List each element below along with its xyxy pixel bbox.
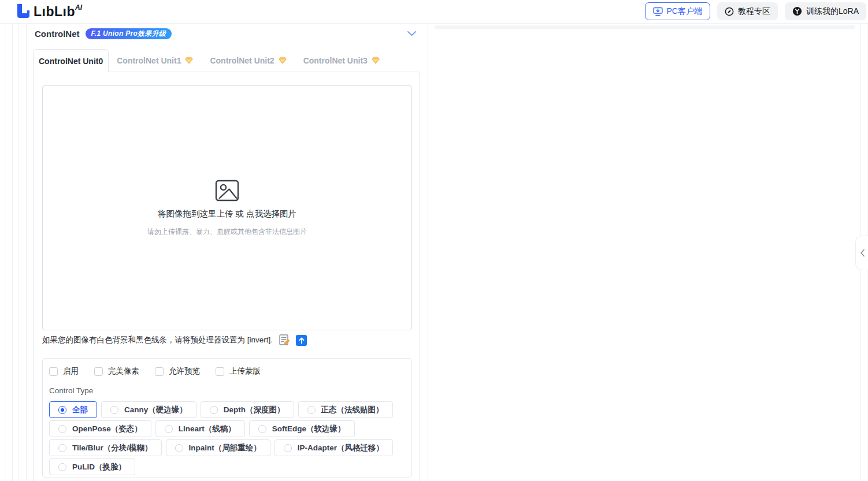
tutorial-zone-label: 教程专区 — [738, 6, 770, 17]
radio-icon — [284, 444, 292, 452]
checkbox-enable[interactable]: 启用 — [49, 366, 79, 376]
tab-label: ControlNet Unit2 — [210, 56, 274, 65]
option-ip-adapter[interactable]: IP-Adapter（风格迁移） — [275, 439, 393, 456]
tab-controlnet-unit3[interactable]: ControlNet Unit3 — [295, 49, 388, 72]
app-canvas: LıbLıb AI PC客户端 — [0, 0, 868, 481]
tab-controlnet-unit0[interactable]: ControlNet Unit0 — [33, 49, 109, 72]
radio-icon — [58, 463, 66, 471]
checkbox-label: 允许预览 — [169, 366, 200, 376]
logo: LıbLıb AI — [16, 3, 82, 20]
rail-line — [5, 24, 5, 481]
radio-icon — [58, 406, 66, 414]
checkbox-label: 启用 — [63, 366, 79, 376]
result-area-top-edge — [435, 25, 855, 29]
premium-diamond-icon — [278, 57, 287, 65]
compass-icon — [725, 7, 734, 16]
checkbox-box[interactable] — [155, 367, 164, 376]
edit-note-icon[interactable] — [278, 334, 291, 346]
pc-client-label: PC客户端 — [667, 6, 702, 17]
option-normal[interactable]: 正态（法线贴图） — [298, 401, 393, 418]
radio-icon — [210, 406, 218, 414]
train-lora-label: 训练我的LoRA — [806, 6, 859, 17]
logo-icon — [16, 4, 29, 20]
upload-warning-text: 请勿上传裸露、暴力、血腥或其他包含非法信息图片 — [147, 227, 307, 237]
option-label: SoftEdge（软边缘） — [272, 424, 346, 434]
premium-diamond-icon — [371, 57, 380, 65]
tab-controlnet-unit2[interactable]: ControlNet Unit2 — [202, 49, 295, 72]
option-all[interactable]: 全部 — [49, 401, 97, 418]
option-label: OpenPose（姿态） — [72, 424, 142, 434]
checkbox-label: 上传蒙版 — [229, 366, 261, 376]
tutorial-zone-button[interactable]: 教程专区 — [717, 2, 778, 20]
option-pulid[interactable]: PuLID（换脸） — [49, 458, 135, 475]
controlnet-unit-tabs: ControlNet Unit0 ControlNet Unit1 Contro… — [33, 49, 388, 72]
lora-icon — [792, 6, 802, 16]
panel-divider — [428, 24, 428, 481]
controlnet-unit0-panel: 将图像拖到这里上传 或 点我选择图片 请勿上传裸露、暴力、血腥或其他包含非法信息… — [33, 72, 420, 481]
invert-preprocessor-icon[interactable] — [296, 335, 307, 346]
chevron-down-icon[interactable] — [406, 29, 417, 40]
option-label: 全部 — [72, 405, 88, 415]
radio-icon — [307, 406, 316, 414]
controlnet-section-title: ControlNet — [35, 29, 80, 39]
checkbox-label: 完美像素 — [108, 366, 139, 376]
radio-icon — [258, 425, 266, 433]
rail-line — [18, 24, 18, 481]
checkbox-box[interactable] — [49, 367, 58, 376]
tab-label: ControlNet Unit1 — [117, 56, 181, 65]
option-label: Lineart（线稿） — [179, 424, 236, 434]
option-label: PuLID（换脸） — [72, 462, 126, 472]
option-openpose[interactable]: OpenPose（姿态） — [49, 420, 151, 437]
header: LıbLıb AI PC客户端 — [0, 0, 868, 24]
checkbox-box[interactable] — [94, 367, 103, 376]
checkbox-row: 启用 完美像素 允许预览 上传蒙版 — [49, 366, 405, 376]
radio-icon — [58, 425, 66, 433]
checkbox-pixel-perfect[interactable]: 完美像素 — [94, 366, 139, 376]
header-actions: PC客户端 教程专区 训练我的LoRA — [645, 2, 866, 20]
control-type-label: Control Type — [49, 386, 405, 395]
radio-icon — [175, 444, 183, 452]
monitor-download-icon — [653, 7, 663, 16]
controlnet-options-box: 启用 完美像素 允许预览 上传蒙版 Control Type — [42, 358, 412, 478]
premium-diamond-icon — [184, 57, 194, 65]
option-label: IP-Adapter（风格迁移） — [298, 443, 384, 453]
option-label: Tile/Blur（分块/模糊） — [72, 443, 153, 453]
upload-main-text: 将图像拖到这里上传 或 点我选择图片 — [158, 208, 296, 219]
option-canny[interactable]: Canny（硬边缘） — [101, 401, 196, 418]
checkbox-allow-preview[interactable]: 允许预览 — [155, 366, 200, 376]
image-upload-dropzone[interactable]: 将图像拖到这里上传 或 点我选择图片 请勿上传裸露、暴力、血腥或其他包含非法信息… — [42, 85, 412, 330]
rail-line — [12, 24, 13, 481]
option-depth[interactable]: Depth（深度图） — [201, 401, 294, 418]
option-label: 正态（法线贴图） — [321, 405, 384, 415]
option-label: Canny（硬边缘） — [124, 405, 187, 415]
radio-icon — [110, 406, 118, 414]
invert-hint-text: 如果您的图像有白色背景和黑色线条，请将预处理器设置为 [invert]. — [42, 335, 273, 345]
tab-label: ControlNet Unit0 — [39, 57, 103, 66]
rail-line — [26, 24, 27, 481]
option-inpaint[interactable]: Inpaint（局部重绘） — [166, 439, 270, 456]
option-tile-blur[interactable]: Tile/Blur（分块/模糊） — [49, 439, 162, 456]
image-placeholder-icon — [215, 180, 239, 202]
union-pro-upgrade-badge: F.1 Union Pro效果升级 — [86, 28, 172, 39]
radio-icon — [165, 425, 173, 433]
tab-label: ControlNet Unit3 — [303, 56, 368, 65]
option-softedge[interactable]: SoftEdge（软边缘） — [249, 420, 355, 437]
option-lineart[interactable]: Lineart（线稿） — [155, 420, 245, 437]
checkbox-box[interactable] — [216, 367, 224, 376]
pc-client-button[interactable]: PC客户端 — [645, 2, 710, 20]
tab-controlnet-unit1[interactable]: ControlNet Unit1 — [109, 49, 202, 72]
collapse-panel-handle[interactable] — [855, 236, 868, 270]
logo-brand-text: LıbLıb — [34, 3, 75, 20]
train-lora-button[interactable]: 训练我的LoRA — [785, 2, 866, 20]
chevron-left-icon — [860, 249, 865, 257]
control-type-options: 全部 Canny（硬边缘） Depth（深度图） 正态（法线贴图） — [49, 401, 405, 475]
option-label: Inpaint（局部重绘） — [189, 443, 261, 453]
checkbox-upload-mask[interactable]: 上传蒙版 — [216, 366, 261, 376]
logo-ai-superscript: AI — [75, 3, 82, 12]
radio-icon — [58, 444, 66, 452]
option-label: Depth（深度图） — [224, 405, 285, 415]
